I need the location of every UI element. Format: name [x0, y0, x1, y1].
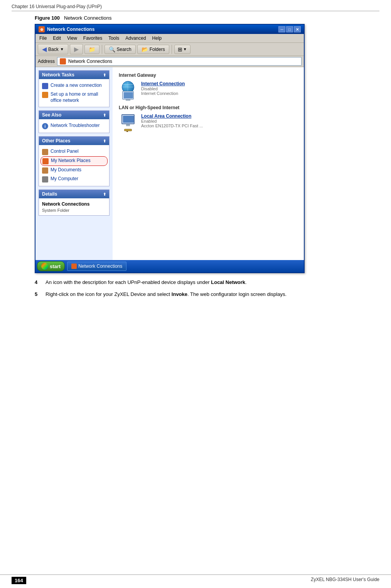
- folders-label: Folders: [150, 47, 165, 52]
- details-section: Details ⬆ Network Connections System Fol…: [39, 189, 110, 216]
- create-connection-icon: [42, 83, 48, 89]
- step-5: 5 Right-click on the icon for your ZyXEL…: [35, 291, 379, 299]
- search-icon: 🔍: [109, 46, 115, 52]
- step-4-bold: Local Network: [211, 279, 245, 285]
- address-icon: [60, 58, 66, 64]
- right-panel: Internet Gateway: [113, 67, 304, 260]
- figure-title: Network Connections: [64, 15, 112, 21]
- titlebar-title: Network Connections: [47, 27, 278, 32]
- forward-button[interactable]: ▶: [70, 44, 83, 54]
- toolbar: ◀ Back ▼ ▶ 📁 🔍 Search 📂 Folders ⊞: [35, 43, 304, 56]
- page-number: 164: [12, 577, 26, 584]
- address-field[interactable]: Network Connections: [57, 57, 302, 66]
- setup-network-item[interactable]: Set up a home or small office network: [40, 90, 108, 105]
- menu-help[interactable]: Help: [150, 35, 164, 42]
- search-label: Search: [117, 47, 131, 52]
- toolbar-separator-2: [172, 45, 172, 54]
- addressbar: Address Network Connections: [35, 56, 304, 67]
- internet-connection-name[interactable]: Internet Connection: [141, 81, 185, 86]
- folders-button[interactable]: 📂 Folders: [137, 45, 169, 54]
- step-5-text-part2: . The web configurator login screen disp…: [187, 291, 287, 297]
- minimize-button[interactable]: ─: [278, 26, 285, 32]
- views-dropdown-icon[interactable]: ▼: [183, 47, 187, 51]
- start-label: start: [50, 264, 61, 269]
- local-area-connection-name[interactable]: Local Area Connection: [141, 113, 203, 119]
- local-area-connection-item: Local Area Connection Enabled Accton EN1…: [119, 113, 298, 132]
- window-content: Network Tasks ⬆ Create a new connection …: [35, 67, 304, 260]
- network-troubleshooter-item[interactable]: i Network Troubleshooter: [40, 122, 108, 130]
- up-button[interactable]: 📁: [84, 45, 99, 54]
- menu-tools[interactable]: Tools: [106, 35, 121, 42]
- step-4-number: 4: [35, 279, 42, 287]
- see-also-header: See Also ⬆: [39, 111, 109, 119]
- details-title: Details: [42, 191, 57, 197]
- page-footer: 164 ZyXEL NBG-334SH User's Guide: [0, 574, 391, 584]
- network-tasks-header: Network Tasks ⬆: [39, 71, 109, 79]
- troubleshooter-icon: i: [42, 123, 48, 129]
- other-places-section: Other Places ⬆ Control Panel My Network …: [39, 136, 110, 186]
- taskbar-network-connections-button[interactable]: Network Connections: [67, 262, 126, 271]
- see-also-body: i Network Troubleshooter: [39, 119, 109, 133]
- close-button[interactable]: ✕: [294, 26, 301, 32]
- menu-edit[interactable]: Edit: [51, 35, 63, 42]
- details-header: Details ⬆: [39, 190, 109, 198]
- step-4-text-part2: .: [245, 279, 247, 285]
- my-network-places-label: My Network Places: [51, 158, 106, 164]
- my-documents-icon: [42, 167, 48, 174]
- control-panel-item[interactable]: Control Panel: [40, 147, 108, 156]
- left-panel: Network Tasks ⬆ Create a new connection …: [35, 67, 113, 260]
- control-panel-icon: [42, 149, 48, 155]
- network-tasks-section: Network Tasks ⬆ Create a new connection …: [39, 70, 110, 107]
- maximize-button[interactable]: □: [286, 26, 293, 32]
- start-icon: [41, 263, 48, 270]
- see-also-collapse-icon[interactable]: ⬆: [103, 113, 106, 117]
- internet-connection-status: Disabled: [141, 86, 185, 91]
- setup-network-label: Set up a home or small office network: [51, 91, 106, 103]
- network-tasks-collapse-icon[interactable]: ⬆: [103, 73, 106, 77]
- internet-connection-desc: Internet Connection: [141, 91, 185, 96]
- menu-view[interactable]: View: [65, 35, 79, 42]
- my-documents-label: My Documents: [51, 167, 106, 173]
- details-content-title: Network Connections: [40, 201, 108, 208]
- views-icon: ⊞: [178, 46, 182, 52]
- step-5-number: 5: [35, 291, 42, 299]
- step-5-text-part1: Right-click on the icon for your ZyXEL D…: [46, 291, 172, 297]
- other-places-collapse-icon[interactable]: ⬆: [103, 139, 106, 143]
- see-also-section: See Also ⬆ i Network Troubleshooter: [39, 110, 110, 133]
- menubar: File Edit View Favorites Tools Advanced …: [35, 34, 304, 43]
- menu-file[interactable]: File: [37, 35, 49, 42]
- views-button[interactable]: ⊞ ▼: [174, 45, 190, 54]
- back-dropdown-icon[interactable]: ▼: [60, 47, 64, 51]
- local-area-connection-desc: Accton EN1207D-TX PCI Fast ...: [141, 123, 203, 128]
- figure-label: Figure 100 Network Connections: [35, 15, 379, 21]
- create-connection-item[interactable]: Create a new connection: [40, 81, 108, 90]
- search-button[interactable]: 🔍 Search: [104, 45, 136, 54]
- back-label: Back: [48, 47, 59, 52]
- local-area-connection-info: Local Area Connection Enabled Accton EN1…: [141, 113, 203, 128]
- setup-network-icon: [42, 92, 48, 98]
- network-tasks-body: Create a new connection Set up a home or…: [39, 79, 109, 107]
- menu-advanced[interactable]: Advanced: [123, 35, 148, 42]
- titlebar: ⊕ Network Connections ─ □ ✕: [35, 25, 304, 34]
- back-icon: ◀: [42, 46, 47, 53]
- taskbar-window-label: Network Connections: [78, 264, 122, 269]
- other-places-header: Other Places ⬆: [39, 137, 109, 145]
- taskbar-window-icon: [71, 264, 77, 269]
- address-label: Address: [38, 59, 55, 64]
- internet-connection-item: Internet Connection Disabled Internet Co…: [119, 81, 298, 100]
- my-computer-item[interactable]: My Computer: [40, 175, 108, 184]
- my-network-places-item[interactable]: My Network Places: [40, 156, 108, 166]
- other-places-title: Other Places: [42, 138, 70, 144]
- internet-connection-info: Internet Connection Disabled Internet Co…: [141, 81, 185, 96]
- taskbar: start Network Connections: [35, 260, 304, 272]
- other-places-body: Control Panel My Network Places My Docum…: [39, 145, 109, 186]
- my-documents-item[interactable]: My Documents: [40, 166, 108, 175]
- start-button[interactable]: start: [37, 261, 65, 271]
- forward-icon: ▶: [74, 46, 79, 53]
- details-collapse-icon[interactable]: ⬆: [103, 192, 106, 196]
- menu-favorites[interactable]: Favorites: [81, 35, 104, 42]
- folders-icon: 📂: [142, 46, 148, 52]
- toolbar-separator-1: [102, 45, 102, 54]
- address-value: Network Connections: [68, 59, 112, 64]
- back-button[interactable]: ◀ Back ▼: [38, 44, 68, 54]
